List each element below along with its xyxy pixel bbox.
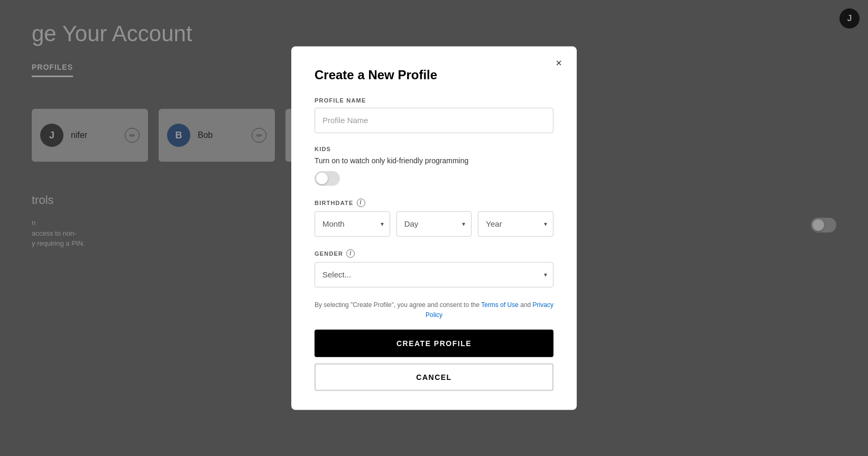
profile-name-section: PROFILE NAME (315, 97, 553, 133)
modal-title: Create a New Profile (315, 67, 553, 82)
create-profile-button[interactable]: CREATE PROFILE (315, 330, 553, 357)
birthdate-row: Month January February March April May J… (315, 211, 553, 236)
birthdate-info-icon: i (357, 198, 365, 207)
profile-name-label: PROFILE NAME (315, 97, 553, 103)
year-select[interactable]: Year 202420232010 200019901980 19701960 (478, 211, 553, 236)
kids-toggle-thumb (316, 172, 328, 184)
close-button[interactable]: × (551, 55, 566, 70)
day-select[interactable]: Day 12345 678910 1112131415 1617181920 2… (396, 211, 472, 236)
kids-toggle-wrapper (315, 171, 553, 185)
birthdate-section: BIRTHDATE i Month January February March… (315, 198, 553, 236)
create-profile-modal: × Create a New Profile PROFILE NAME KIDS… (291, 46, 577, 410)
kids-section: KIDS Turn on to watch only kid-friendly … (315, 145, 553, 185)
gender-label: GENDER i (315, 249, 553, 257)
consent-text: By selecting "Create Profile", you agree… (315, 300, 553, 320)
profile-name-input[interactable] (315, 107, 553, 133)
day-select-wrapper: Day 12345 678910 1112131415 1617181920 2… (396, 211, 472, 236)
kids-toggle[interactable] (315, 171, 340, 185)
gender-section: GENDER i Select... Male Female Non-binar… (315, 249, 553, 287)
terms-link[interactable]: Terms of Use (481, 301, 519, 308)
year-select-wrapper: Year 202420232010 200019901980 19701960 … (478, 211, 553, 236)
cancel-button[interactable]: CANCEL (315, 364, 553, 391)
gender-info-icon: i (346, 249, 355, 257)
gender-select-wrapper: Select... Male Female Non-binary Prefer … (315, 262, 553, 287)
kids-description: Turn on to watch only kid-friendly progr… (315, 156, 553, 164)
month-select-wrapper: Month January February March April May J… (315, 211, 390, 236)
gender-select[interactable]: Select... Male Female Non-binary Prefer … (315, 262, 553, 287)
month-select[interactable]: Month January February March April May J… (315, 211, 390, 236)
birthdate-label: BIRTHDATE i (315, 198, 553, 207)
kids-label: KIDS (315, 145, 553, 152)
